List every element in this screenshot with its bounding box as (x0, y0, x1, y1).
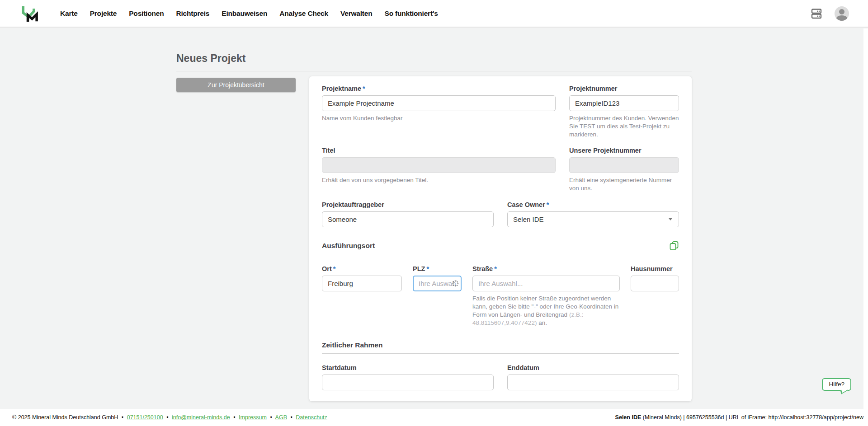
strasse-label: Straße* (472, 265, 620, 272)
field-ort: Ort* (322, 265, 402, 327)
projektauftraggeber-input[interactable] (322, 211, 494, 227)
server-icon[interactable] (810, 7, 823, 20)
enddatum-input[interactable] (507, 375, 679, 390)
copyright-text: © 2025 Mineral Minds Deutschland GmbH (12, 414, 118, 421)
field-plz: PLZ* (413, 265, 462, 327)
footer-link-agb[interactable]: AGB (275, 414, 287, 421)
footer-left: © 2025 Mineral Minds Deutschland GmbH • … (12, 414, 327, 421)
back-to-project-overview-button[interactable]: Zur Projektübersicht (176, 78, 296, 92)
field-startdatum: Startdatum (322, 364, 494, 390)
footer-session-info: Selen IDE (Mineral Minds) | 69576255536d… (615, 414, 863, 421)
user-avatar-icon[interactable] (835, 6, 849, 21)
footer: © 2025 Mineral Minds Deutschland GmbH • … (0, 409, 868, 426)
case-owner-selected-value: Selen IDE (513, 215, 544, 223)
nav-item-positionen[interactable]: Positionen (129, 9, 164, 18)
field-enddatum: Enddatum (507, 364, 679, 390)
scrollbar-track[interactable] (863, 28, 868, 426)
case-owner-select[interactable]: Selen IDE (507, 211, 679, 227)
projektname-input[interactable] (322, 95, 556, 111)
section-title-ausfuehrungsort: Ausführungsort (322, 242, 375, 250)
ort-input[interactable] (322, 276, 402, 291)
top-navbar: Karte Projekte Positionen Richtpreis Ein… (0, 0, 868, 28)
field-projektname: Projektname* Name vom Kunden festlegbar (322, 85, 556, 138)
hausnummer-input[interactable] (631, 276, 679, 291)
field-unsere-projektnummer: Unsere Projektnummer Erhält eine systemg… (569, 147, 679, 192)
field-strasse: Straße* Falls die Position keiner Straße… (472, 265, 620, 327)
nav-item-analyse-check[interactable]: Analyse Check (279, 9, 328, 18)
title-divider (176, 71, 692, 71)
section-divider (322, 353, 679, 354)
projektname-label: Projektname* (322, 85, 556, 92)
startdatum-label: Startdatum (322, 364, 494, 371)
loading-spinner-icon (453, 281, 458, 286)
nav-item-karte[interactable]: Karte (60, 9, 78, 18)
footer-link-impressum[interactable]: Impressum (239, 414, 267, 421)
enddatum-label: Enddatum (507, 364, 679, 371)
plz-label: PLZ* (413, 265, 462, 272)
mineral-minds-logo-icon[interactable] (20, 3, 40, 24)
unsere-projektnummer-helper: Erhält eine systemgenerierte Nummer von … (569, 176, 679, 192)
projektnummer-helper: Projektnummer des Kunden. Verwenden Sie … (569, 114, 679, 138)
nav-item-richtpreis[interactable]: Richtpreis (176, 9, 209, 18)
copy-icon[interactable] (669, 241, 679, 251)
help-button[interactable]: Hilfe? (822, 378, 851, 391)
field-hausnummer: Hausnummer (631, 265, 679, 327)
nav-item-so-funktionierts[interactable]: So funktioniert's (385, 9, 438, 18)
chevron-down-icon (669, 218, 672, 220)
projektname-helper: Name vom Kunden festlegbar (322, 114, 556, 122)
required-marker: * (333, 265, 336, 272)
nav-item-einbauweisen[interactable]: Einbauweisen (222, 9, 267, 18)
project-form-card: Projektname* Name vom Kunden festlegbar … (309, 76, 692, 401)
projektnummer-input[interactable] (569, 95, 679, 111)
page-title: Neues Projekt (176, 52, 692, 65)
ort-label: Ort* (322, 265, 402, 272)
titel-label: Titel (322, 147, 556, 154)
footer-link-phone[interactable]: 07151/250100 (127, 414, 163, 421)
case-owner-label: Case Owner* (507, 201, 679, 208)
nav-item-projekte[interactable]: Projekte (90, 9, 117, 18)
field-case-owner: Case Owner* Selen IDE (507, 201, 679, 227)
section-title-zeitlicher-rahmen: Zeitlicher Rahmen (322, 341, 382, 349)
nav-item-verwalten[interactable]: Verwalten (340, 9, 373, 18)
field-projektauftraggeber: Projektauftraggeber (322, 201, 494, 227)
strasse-helper: Falls die Position keiner Straße zugeord… (472, 295, 620, 327)
hausnummer-label: Hausnummer (631, 265, 679, 272)
titel-helper: Erhält den von uns vorgegebenen Titel. (322, 176, 556, 184)
required-marker: * (363, 85, 365, 92)
required-marker: * (547, 201, 549, 208)
required-marker: * (494, 265, 497, 272)
unsere-projektnummer-label: Unsere Projektnummer (569, 147, 679, 154)
unsere-projektnummer-input (569, 157, 679, 173)
section-divider (322, 255, 679, 255)
required-marker: * (426, 265, 429, 272)
nav-menu: Karte Projekte Positionen Richtpreis Ein… (60, 9, 438, 18)
footer-link-email[interactable]: info@mineral-minds.de (172, 414, 230, 421)
strasse-input[interactable] (472, 276, 620, 291)
startdatum-input[interactable] (322, 375, 494, 390)
field-projektnummer: Projektnummer Projektnummer des Kunden. … (569, 85, 679, 138)
projektauftraggeber-label: Projektauftraggeber (322, 201, 494, 208)
footer-link-datenschutz[interactable]: Datenschutz (296, 414, 327, 421)
projektnummer-label: Projektnummer (569, 85, 679, 92)
titel-input (322, 157, 556, 173)
field-titel: Titel Erhält den von uns vorgegebenen Ti… (322, 147, 556, 192)
